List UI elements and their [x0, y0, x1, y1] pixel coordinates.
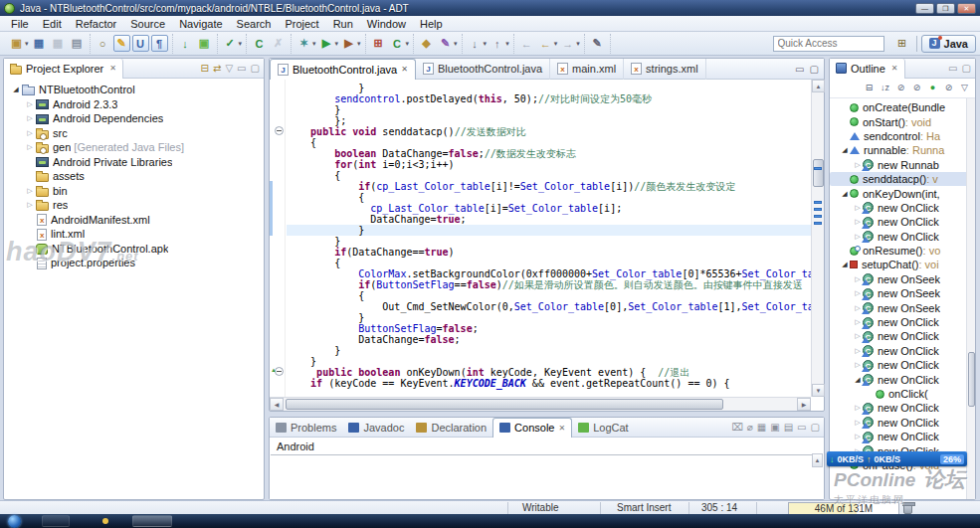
- dropdown-arrow-icon[interactable]: ▾: [312, 40, 316, 48]
- fold-collapse-icon[interactable]: [275, 126, 284, 135]
- expand-arrow[interactable]: ▷: [24, 129, 36, 137]
- taskbar-button[interactable]: [132, 515, 172, 527]
- new-wizard-icon[interactable]: ▣: [8, 35, 25, 52]
- close-icon[interactable]: ✕: [891, 64, 898, 73]
- editor-tab[interactable]: JBluetoothControl.java✕: [270, 59, 416, 80]
- close-icon[interactable]: ✕: [558, 424, 565, 433]
- maximize-icon[interactable]: ▢: [251, 64, 260, 74]
- scroll-right-icon[interactable]: ▶: [797, 398, 811, 411]
- maximize-icon[interactable]: ▢: [811, 423, 820, 433]
- scroll-left-icon[interactable]: ◀: [270, 398, 284, 411]
- sort-icon[interactable]: ↓z: [879, 82, 891, 94]
- collapse-all-icon[interactable]: ⊟: [201, 64, 209, 74]
- minimize-window-button[interactable]: —: [915, 3, 934, 14]
- scrollbar-thumb[interactable]: [286, 399, 723, 410]
- network-speed-widget[interactable]: ↓ 0KB/S ↑ 0KB/S 26%: [827, 451, 967, 466]
- outline-row[interactable]: ▷Cnew OnClick: [830, 315, 975, 329]
- minimize-icon[interactable]: ▭: [237, 64, 246, 74]
- coverage-icon[interactable]: ⊞: [370, 35, 387, 52]
- outline-row[interactable]: onCreate(Bundle: [830, 100, 975, 114]
- pin-console-icon[interactable]: ▦: [757, 423, 766, 433]
- expand-arrow[interactable]: ▷: [24, 187, 36, 195]
- dropdown-arrow-icon[interactable]: ▾: [335, 40, 339, 48]
- outline-row[interactable]: ▷Cnew OnClick: [830, 201, 975, 215]
- hide-local-types-icon[interactable]: ⊘: [942, 82, 955, 94]
- tab-project-explorer[interactable]: Project Explorer ✕: [4, 59, 123, 79]
- next-annotation-icon[interactable]: ↓: [467, 35, 484, 52]
- debug-icon[interactable]: ✶: [295, 35, 312, 52]
- outline-row[interactable]: ◢setupChat() : voi: [830, 258, 975, 271]
- minimize-icon[interactable]: ▭: [797, 423, 806, 433]
- taskbar-button[interactable]: [42, 515, 70, 527]
- scrollbar-thumb[interactable]: [813, 159, 824, 187]
- tree-row[interactable]: ▷gen[Generated Java Files]: [4, 140, 264, 155]
- tab-javadoc[interactable]: Javadoc: [342, 418, 410, 438]
- windows-taskbar[interactable]: [0, 514, 980, 528]
- maximize-window-button[interactable]: ❐: [936, 3, 955, 14]
- menu-file[interactable]: File: [4, 17, 36, 31]
- close-icon[interactable]: ✕: [401, 65, 408, 74]
- last-edit-location-icon[interactable]: ✎: [589, 35, 606, 52]
- expand-arrow[interactable]: ▷: [24, 143, 36, 151]
- new-java-class-icon[interactable]: C: [251, 35, 268, 52]
- tab-declaration[interactable]: Declaration: [410, 418, 492, 438]
- tree-row[interactable]: ▷res: [4, 198, 264, 213]
- dropdown-arrow-icon[interactable]: ▾: [239, 40, 243, 48]
- tree-row[interactable]: ▷Android 2.3.3: [4, 97, 264, 112]
- close-window-button[interactable]: ✕: [957, 3, 976, 14]
- expand-arrow[interactable]: ▷: [24, 100, 36, 108]
- menu-run[interactable]: Run: [326, 17, 360, 31]
- tab-console[interactable]: Console✕: [492, 418, 572, 438]
- search-pen-icon[interactable]: ○: [95, 35, 111, 52]
- menu-refactor[interactable]: Refactor: [69, 17, 124, 31]
- editor-vertical-scrollbar[interactable]: ▲ ▼: [811, 80, 824, 397]
- outline-row[interactable]: ▷Cnew Runnab: [830, 158, 975, 172]
- hide-fields-icon[interactable]: ⊘: [894, 82, 907, 94]
- dropdown-arrow-icon[interactable]: ▾: [25, 40, 29, 48]
- external-tools-icon[interactable]: ▶: [340, 35, 357, 52]
- format-icon[interactable]: ✎: [437, 35, 454, 52]
- console-scroll-up-icon[interactable]: ▲: [812, 453, 823, 467]
- junit-icon[interactable]: C: [389, 35, 406, 52]
- collapse-all-icon[interactable]: ⊟: [863, 82, 876, 94]
- tree-row[interactable]: ◢NTBluetoothControl: [4, 83, 264, 97]
- back-history-icon[interactable]: ←: [537, 35, 554, 52]
- start-button[interactable]: [8, 515, 21, 528]
- run-icon[interactable]: ▶: [318, 35, 335, 52]
- quick-access-input[interactable]: [773, 36, 884, 52]
- outline-row[interactable]: ◢runnable : Runna: [830, 143, 975, 157]
- java-perspective-button[interactable]: J Java: [921, 35, 976, 53]
- expand-arrow[interactable]: ◢: [840, 261, 850, 268]
- outline-row[interactable]: ▷Cnew OnSeek: [830, 286, 975, 300]
- maximize-icon[interactable]: ▢: [810, 64, 819, 75]
- dropdown-arrow-icon[interactable]: ▾: [454, 40, 458, 48]
- paragraph-toggle-icon[interactable]: ¶: [151, 35, 168, 52]
- outline-row[interactable]: ◢onKeyDown(int,: [830, 186, 975, 200]
- clear-console-icon[interactable]: ⌧: [731, 423, 743, 433]
- expand-arrow[interactable]: ◢: [840, 146, 850, 154]
- outline-row[interactable]: ▷Cnew OnClick: [830, 401, 975, 415]
- outline-scrollbar[interactable]: [966, 98, 975, 499]
- outline-row[interactable]: ▷Cnew OnSeek: [830, 300, 975, 314]
- scrollbar-thumb[interactable]: [968, 352, 975, 407]
- scroll-up-icon[interactable]: ▲: [812, 80, 825, 92]
- outline-row[interactable]: senddatacp() : v: [830, 172, 975, 186]
- tree-row[interactable]: ▷bin: [4, 184, 264, 199]
- menu-navigate[interactable]: Navigate: [172, 17, 229, 31]
- maximize-icon[interactable]: ▢: [962, 64, 971, 74]
- menu-edit[interactable]: Edit: [36, 17, 69, 31]
- hide-non-public-icon[interactable]: ●: [926, 82, 939, 94]
- dropdown-arrow-icon[interactable]: ▾: [576, 40, 580, 48]
- tree-row[interactable]: Android Private Libraries: [4, 155, 264, 170]
- editor-tab[interactable]: xstrings.xml: [624, 59, 706, 80]
- minimize-icon[interactable]: ▭: [948, 64, 957, 74]
- avd-manager-icon[interactable]: ▣: [196, 35, 213, 52]
- forward-icon[interactable]: →: [559, 35, 576, 52]
- outline-row[interactable]: ▷Cnew OnClick: [830, 430, 975, 443]
- view-menu-icon[interactable]: ▽: [225, 64, 233, 74]
- code-editor[interactable]: ▲ } sendcontrol.postDelayed(this, 50);//…: [270, 80, 811, 397]
- outline-row[interactable]: ▷Cnew OnClick: [830, 416, 975, 430]
- menu-source[interactable]: Source: [123, 17, 172, 31]
- open-task-icon[interactable]: ◆: [418, 35, 435, 52]
- dropdown-arrow-icon[interactable]: ▾: [406, 40, 410, 48]
